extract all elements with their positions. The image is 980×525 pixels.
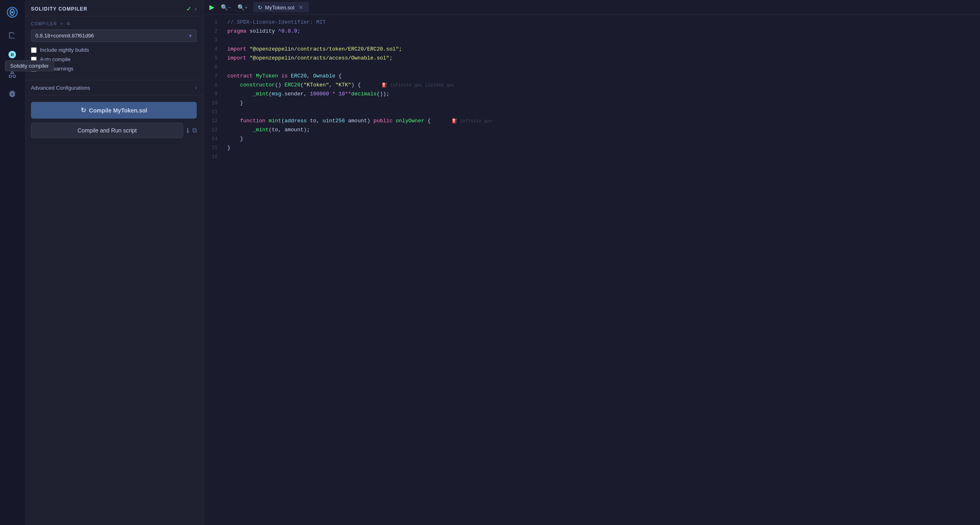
svg-point-1 [11, 11, 13, 13]
include-nightly-row: Include nightly builds [31, 47, 197, 53]
main-editor: ▶ 🔍− 🔍+ ↻ MyToken.sol ✕ 1 // SPDX-Licens… [204, 0, 980, 525]
activity-compiler[interactable] [3, 46, 21, 64]
version-select-wrapper: 0.8.18+commit.87f61d96 ▼ [31, 29, 197, 42]
run-button[interactable]: ▶ [207, 2, 217, 13]
hide-warnings-checkbox[interactable] [31, 66, 37, 72]
activity-files[interactable] [3, 26, 21, 44]
code-line-8: 8 constructor() ERC20("KToken", "KTK") {… [204, 81, 980, 90]
code-line-3: 3 [204, 36, 980, 45]
code-line-2: 2 pragma solidity ^0.8.9; [204, 27, 980, 36]
file-tab-icon: ↻ [258, 4, 262, 11]
activity-deploy[interactable] [3, 65, 21, 83]
status-check-icon: ✓ [186, 5, 191, 13]
code-line-16: 16 [204, 152, 980, 161]
zoom-in-button[interactable]: 🔍+ [235, 2, 250, 12]
advanced-configurations[interactable]: Advanced Configurations › [24, 80, 203, 95]
include-nightly-checkbox[interactable] [31, 47, 37, 53]
forward-icon[interactable]: › [195, 5, 197, 13]
file-icon[interactable]: ⧉ [67, 21, 70, 26]
file-tab-close-icon[interactable]: ✕ [299, 4, 303, 11]
code-line-9: 9 _mint(msg.sender, 100000 * 10**decimal… [204, 90, 980, 99]
remix-logo[interactable] [3, 3, 21, 21]
chevron-right-icon: › [195, 84, 197, 91]
code-line-15: 15 } [204, 143, 980, 152]
compile-main-button[interactable]: ↻ Compile MyToken.sol [31, 102, 197, 119]
code-line-5: 5 import "@openzeppelin/contracts/access… [204, 54, 980, 63]
compile-main-label: Compile MyToken.sol [89, 107, 147, 114]
compile-actions: ↻ Compile MyToken.sol Compile and Run sc… [24, 95, 203, 145]
hide-warnings-label[interactable]: Hide warnings [40, 66, 73, 72]
editor-toolbar: ▶ 🔍− 🔍+ ↻ MyToken.sol ✕ [204, 0, 980, 15]
advanced-label: Advanced Configurations [31, 85, 90, 91]
sidebar-title: SOLIDITY COMPILER [31, 6, 88, 12]
copy-icon[interactable]: ⧉ [192, 127, 197, 134]
code-line-11: 11 [204, 108, 980, 117]
file-tab[interactable]: ↻ MyToken.sol ✕ [253, 2, 308, 12]
code-line-13: 13 _mint(to, amount); [204, 126, 980, 135]
activity-bar [0, 0, 24, 525]
code-line-14: 14 } [204, 135, 980, 143]
sidebar-header: SOLIDITY COMPILER ✓ › [24, 0, 203, 16]
code-line-10: 10 } [204, 99, 980, 108]
code-line-1: 1 // SPDX-License-Identifier: MIT [204, 18, 980, 27]
code-line-4: 4 import "@openzeppelin/contracts/token/… [204, 45, 980, 54]
auto-compile-label[interactable]: Auto compile [40, 56, 70, 62]
sidebar: SOLIDITY COMPILER ✓ › COMPILER + ⧉ 0.8.1… [24, 0, 204, 525]
code-line-6: 6 [204, 63, 980, 72]
activity-debug[interactable] [3, 85, 21, 103]
compiler-label: COMPILER + ⧉ [31, 21, 197, 26]
auto-compile-checkbox[interactable] [31, 57, 37, 62]
version-select[interactable]: 0.8.18+commit.87f61d96 [31, 29, 197, 42]
code-line-12: 12 function mint(address to, uint256 amo… [204, 117, 980, 126]
file-tab-name: MyToken.sol [265, 4, 294, 11]
code-editor: 1 // SPDX-License-Identifier: MIT 2 prag… [204, 15, 980, 525]
auto-compile-row: Auto compile [31, 56, 197, 62]
compiler-section: COMPILER + ⧉ 0.8.18+commit.87f61d96 ▼ In… [24, 16, 203, 80]
add-file-icon[interactable]: + [60, 22, 63, 26]
code-line-7: 7 contract MyToken is ERC20, Ownable { [204, 72, 980, 81]
compile-script-label: Compile and Run script [77, 127, 137, 134]
include-nightly-label[interactable]: Include nightly builds [40, 47, 89, 53]
sidebar-header-actions: ✓ › [186, 5, 197, 13]
compile-icon: ↻ [81, 106, 86, 114]
zoom-out-button[interactable]: 🔍− [218, 2, 233, 12]
compile-script-button[interactable]: Compile and Run script [31, 123, 183, 138]
hide-warnings-row: Hide warnings [31, 66, 197, 72]
info-icon[interactable]: ℹ [187, 127, 189, 135]
